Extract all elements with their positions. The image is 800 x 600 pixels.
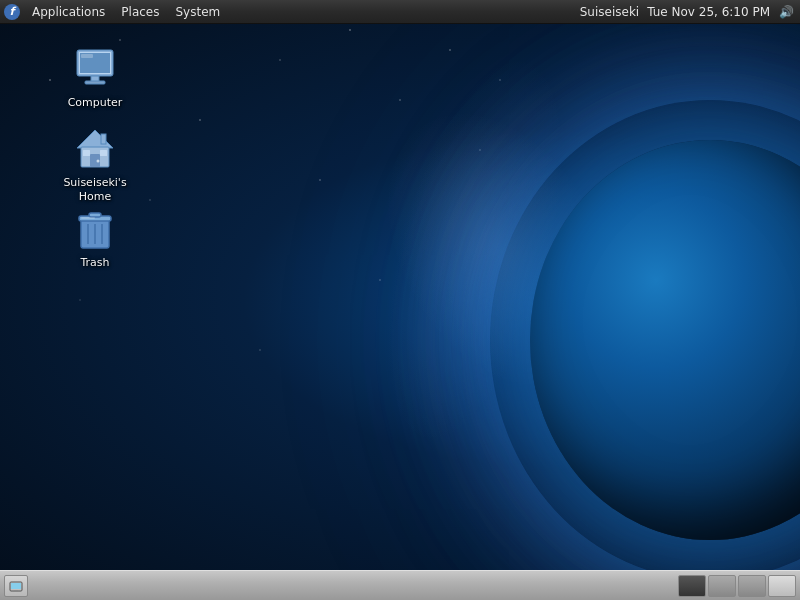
taskbar-btn-4[interactable] bbox=[768, 575, 796, 597]
fedora-logo-icon bbox=[4, 4, 20, 20]
svg-rect-11 bbox=[100, 150, 107, 156]
svg-rect-22 bbox=[14, 590, 18, 592]
menubar-right: Suiseiseki Tue Nov 25, 6:10 PM 🔊 bbox=[580, 4, 800, 20]
volume-icon[interactable]: 🔊 bbox=[778, 4, 794, 20]
taskbar-right bbox=[678, 575, 800, 597]
show-desktop-icon bbox=[9, 580, 23, 592]
datetime-label: Tue Nov 25, 6:10 PM bbox=[647, 5, 770, 19]
trash-svg bbox=[71, 204, 119, 252]
system-menu[interactable]: System bbox=[167, 0, 228, 24]
home-icon-image bbox=[71, 124, 119, 172]
svg-rect-10 bbox=[83, 150, 90, 156]
svg-point-9 bbox=[97, 160, 100, 163]
menubar: Applications Places System Suiseiseki Tu… bbox=[0, 0, 800, 24]
computer-svg bbox=[71, 44, 119, 92]
svg-rect-21 bbox=[11, 583, 21, 589]
desktop-icon-trash[interactable]: Trash bbox=[55, 200, 135, 274]
desktop-icon-home[interactable]: Suiseiseki's Home bbox=[55, 120, 135, 209]
username-label: Suiseiseki bbox=[580, 5, 639, 19]
svg-rect-4 bbox=[85, 81, 105, 84]
taskbar-btn-1[interactable] bbox=[678, 575, 706, 597]
desktop-icon-computer[interactable]: Computer bbox=[55, 40, 135, 114]
trash-icon-label: Trash bbox=[80, 256, 109, 270]
svg-rect-19 bbox=[81, 217, 95, 219]
trash-icon-image bbox=[71, 204, 119, 252]
svg-rect-12 bbox=[101, 134, 106, 144]
taskbar-btn-3[interactable] bbox=[738, 575, 766, 597]
taskbar bbox=[0, 570, 800, 600]
menubar-left: Applications Places System bbox=[0, 0, 228, 24]
desktop: Applications Places System Suiseiseki Tu… bbox=[0, 0, 800, 600]
places-menu[interactable]: Places bbox=[113, 0, 167, 24]
taskbar-left bbox=[0, 575, 32, 597]
taskbar-btn-2[interactable] bbox=[708, 575, 736, 597]
svg-marker-6 bbox=[77, 130, 113, 148]
home-svg bbox=[71, 124, 119, 172]
computer-icon-label: Computer bbox=[68, 96, 123, 110]
computer-icon-image bbox=[71, 44, 119, 92]
applications-menu[interactable]: Applications bbox=[24, 0, 113, 24]
svg-rect-5 bbox=[81, 54, 93, 58]
svg-rect-15 bbox=[89, 213, 101, 217]
fedora-logo-button[interactable] bbox=[0, 0, 24, 24]
show-desktop-button[interactable] bbox=[4, 575, 28, 597]
